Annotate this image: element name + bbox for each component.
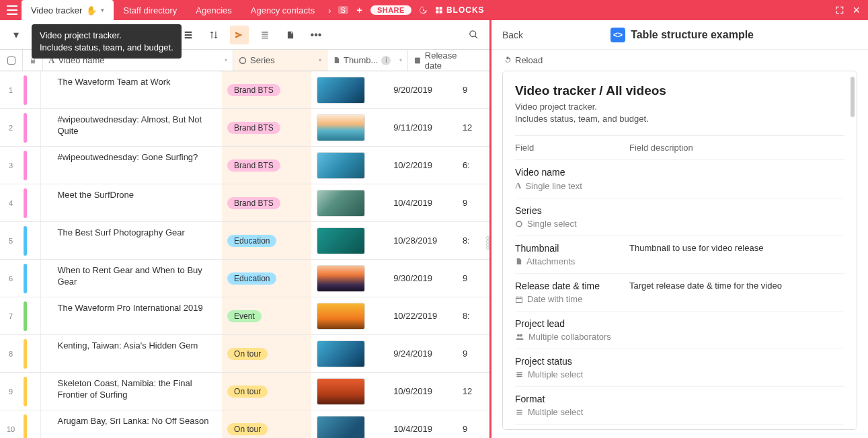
cell-series[interactable]: Education: [222, 222, 311, 259]
field-type: ASingle line text: [515, 180, 629, 191]
svg-rect-2: [516, 297, 522, 302]
scrollbar[interactable]: [851, 77, 855, 117]
table-row[interactable]: 7 The Waveform Pro International 2019 Ev…: [0, 297, 489, 335]
back-button[interactable]: Back: [502, 30, 523, 40]
field-type: Multiple select: [515, 369, 629, 379]
cell-video-name[interactable]: When to Rent Gear and When to Buy Gear: [41, 260, 222, 297]
cell-series[interactable]: On tour: [222, 410, 311, 438]
table-row[interactable]: 8 Kenting, Taiwan: Asia's Hidden Gem On …: [0, 335, 489, 373]
side-panel: Back <> Table structure example Reload V…: [491, 20, 868, 438]
row-number: 10: [0, 410, 22, 438]
table-row[interactable]: 1 The Waveform Team at Work Brand BTS 9/…: [0, 71, 489, 109]
row-height-icon[interactable]: [255, 26, 274, 44]
share-view-icon[interactable]: [281, 26, 300, 44]
add-tab-icon[interactable]: ＋: [355, 4, 364, 16]
table-row[interactable]: 4 Meet the SurfDrone Brand BTS 10/4/2019…: [0, 184, 489, 222]
table-row[interactable]: 9 Skeleton Coast, Namibia: the Final Fro…: [0, 373, 489, 410]
color-icon[interactable]: [230, 26, 249, 44]
table-row[interactable]: 6 When to Rent Gear and When to Buy Gear…: [0, 260, 489, 297]
cell-thumbnail[interactable]: [311, 184, 388, 221]
table-row[interactable]: 3 #wipeoutwednesday: Gone Surfing? Brand…: [0, 147, 489, 184]
select-all-checkbox[interactable]: [0, 50, 23, 71]
sort-icon[interactable]: [204, 26, 223, 44]
cell-video-name[interactable]: The Waveform Pro International 2019: [41, 297, 222, 334]
expand-icon[interactable]: [835, 5, 844, 15]
cell-video-name[interactable]: Arugam Bay, Sri Lanka: No Off Season: [41, 410, 222, 438]
cell-thumbnail[interactable]: [311, 147, 388, 184]
field-row: Video name ASingle line text: [515, 160, 844, 198]
view-switcher-chevron-icon[interactable]: ▾: [7, 26, 26, 44]
cell-release-date[interactable]: 9/24/2019: [388, 335, 457, 372]
cell-series[interactable]: On tour: [222, 335, 311, 372]
cell-release-date[interactable]: 10/22/2019: [388, 297, 457, 334]
cell-release-date[interactable]: 9/11/2019: [388, 109, 457, 146]
cell-thumbnail[interactable]: [311, 297, 388, 334]
cell-thumbnail[interactable]: [311, 260, 388, 297]
field-row: Format Multiple select: [515, 387, 844, 425]
cell-release-date[interactable]: 9/20/2019: [388, 71, 457, 108]
cell-release-date[interactable]: 10/28/2019: [388, 222, 457, 259]
cell-series[interactable]: On tour: [222, 373, 311, 410]
row-number: 1: [0, 71, 22, 108]
more-icon[interactable]: •••: [307, 26, 325, 44]
cell-video-name[interactable]: The Best Surf Photography Gear: [41, 222, 222, 259]
cell-series[interactable]: Brand BTS: [222, 109, 311, 146]
cell-thumbnail[interactable]: [311, 71, 388, 108]
field-type: Multiple collaborators: [515, 332, 629, 342]
cell-thumbnail[interactable]: [311, 222, 388, 259]
tab-agencies[interactable]: Agencies: [186, 0, 241, 20]
cell-extra: 9: [457, 71, 489, 108]
column-header-series[interactable]: Series▾: [233, 50, 327, 71]
column-header-thumbnail[interactable]: Thumb... i ▾: [327, 50, 408, 71]
cell-series[interactable]: Brand BTS: [222, 147, 311, 184]
cell-video-name[interactable]: Kenting, Taiwan: Asia's Hidden Gem: [41, 335, 222, 372]
cell-series[interactable]: Education: [222, 260, 311, 297]
tab-video-tracker[interactable]: Video tracker✋▾: [22, 0, 114, 20]
column-header-release[interactable]: Release date: [408, 50, 481, 71]
reload-button[interactable]: Reload: [491, 50, 868, 71]
hide-fields-icon[interactable]: [179, 26, 198, 44]
cell-release-date[interactable]: 10/9/2019: [388, 373, 457, 410]
history-icon[interactable]: [418, 5, 428, 15]
cell-release-date[interactable]: 10/4/2019: [388, 184, 457, 221]
cell-video-name[interactable]: Meet the SurfDrone: [41, 184, 222, 221]
table-row[interactable]: 5 The Best Surf Photography Gear Educati…: [0, 222, 489, 260]
cell-thumbnail[interactable]: [311, 410, 388, 438]
tab-staff-directory[interactable]: Staff directory: [114, 0, 186, 20]
blocks-button[interactable]: BLOCKS: [434, 5, 485, 15]
cell-video-name[interactable]: #wipeoutwednesday: Almost, But Not Quite: [41, 109, 222, 146]
row-color-bar: [22, 109, 41, 146]
cell-series[interactable]: Brand BTS: [222, 71, 311, 108]
field-row: Release date & time Date with time Targe…: [515, 274, 844, 312]
cell-release-date[interactable]: 10/4/2019: [388, 410, 457, 438]
cell-series[interactable]: Brand BTS: [222, 184, 311, 221]
cell-release-date[interactable]: 9/30/2019: [388, 260, 457, 297]
share-button[interactable]: SHARE: [370, 5, 411, 15]
row-number: 7: [0, 297, 22, 334]
cell-release-date[interactable]: 10/2/2019: [388, 147, 457, 184]
row-number: 4: [0, 184, 22, 221]
cell-thumbnail[interactable]: [311, 109, 388, 146]
cell-video-name[interactable]: The Waveform Team at Work: [41, 71, 222, 108]
more-tabs-icon[interactable]: ›: [328, 5, 331, 15]
row-number: 6: [0, 260, 22, 297]
search-icon[interactable]: [464, 26, 483, 44]
field-name: Format: [515, 394, 629, 404]
structure-card: Video tracker / All videos Video project…: [502, 71, 857, 430]
close-icon[interactable]: ×: [853, 4, 860, 16]
cell-video-name[interactable]: #wipeoutwednesday: Gone Surfing?: [41, 147, 222, 184]
row-color-bar: [22, 222, 41, 259]
menu-icon[interactable]: [3, 5, 22, 15]
table-row[interactable]: 10 Arugam Bay, Sri Lanka: No Off Season …: [0, 410, 489, 438]
table-row[interactable]: 2 #wipeoutwednesday: Almost, But Not Qui…: [0, 109, 489, 147]
cell-series[interactable]: Event: [222, 297, 311, 334]
field-header-row: Field Field description: [515, 135, 844, 160]
data-grid[interactable]: A Video name▾ Series▾ Thumb... i ▾ Relea…: [0, 50, 489, 438]
pane-drag-handle[interactable]: [487, 229, 494, 256]
tab-agency-contacts[interactable]: Agency contacts: [241, 0, 324, 20]
card-subtitle: Video project tracker. Includes status, …: [515, 101, 844, 124]
cell-thumbnail[interactable]: [311, 335, 388, 372]
cell-video-name[interactable]: Skeleton Coast, Namibia: the Final Front…: [41, 373, 222, 410]
field-name: Project status: [515, 356, 629, 367]
cell-thumbnail[interactable]: [311, 373, 388, 410]
